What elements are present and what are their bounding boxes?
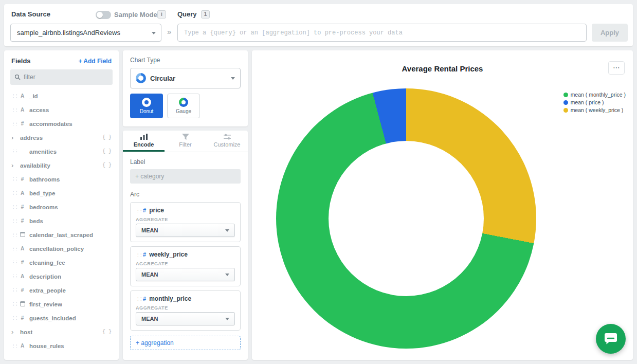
field-item[interactable]: ›availability{ } [4, 158, 119, 172]
donut-chart[interactable] [276, 88, 536, 349]
field-item[interactable]: ⋮⋮Aaccess [4, 103, 119, 117]
chart-type-label: Chart Type [130, 57, 241, 64]
aggregate-label: AGGREGATE [136, 305, 235, 311]
field-item[interactable]: ⋮⋮A_id [4, 89, 119, 103]
legend-swatch [563, 108, 568, 113]
field-item[interactable]: ⋮⋮Adescription [4, 269, 119, 283]
chart-menu-button[interactable]: ⋯ [608, 61, 625, 75]
tab-label: Filter [179, 141, 191, 148]
query-input[interactable] [177, 24, 587, 42]
field-item[interactable]: ⋮⋮#bedrooms [4, 200, 119, 214]
channel-field-name: price [149, 207, 164, 214]
field-name: cancellation_policy [29, 246, 84, 252]
field-item[interactable]: ⋮⋮Acancellation_policy [4, 242, 119, 256]
field-item[interactable]: ⋮⋮#guests_included [4, 311, 119, 325]
object-badge: { } [102, 329, 112, 335]
chevron-right-icon[interactable]: › [11, 162, 16, 169]
field-item[interactable]: ›host{ } [4, 325, 119, 339]
number-type-icon: # [19, 287, 26, 293]
subtype-label: Gauge [176, 108, 191, 114]
caret-down-icon [152, 32, 156, 34]
legend-item[interactable]: mean ( monthly_price ) [563, 92, 626, 98]
apply-button[interactable]: Apply [592, 24, 628, 42]
tab-filter[interactable]: Filter [165, 131, 206, 152]
drag-handle-icon: ⋮⋮ [11, 149, 15, 154]
arc-channel-price[interactable]: ⋮⋮ # price AGGREGATE MEAN [130, 202, 241, 242]
number-type-icon: # [143, 296, 146, 302]
object-badge: { } [102, 135, 112, 140]
chart-type-value: Circular [150, 75, 175, 82]
sample-mode-label: Sample Mode [114, 11, 157, 19]
field-name: availability [20, 162, 50, 169]
number-type-icon: # [19, 315, 26, 321]
add-field-button[interactable]: + Add Field [78, 58, 112, 65]
string-type-icon: A [19, 274, 26, 279]
tab-label: Encode [134, 141, 154, 148]
arc-channel-monthly-price[interactable]: ⋮⋮ # monthly_price AGGREGATE MEAN [130, 290, 241, 331]
tab-label: Customize [214, 141, 241, 148]
field-name: first_review [29, 301, 62, 307]
add-aggregation-dropzone[interactable]: + aggregation [130, 336, 241, 350]
aggregate-select[interactable]: MEAN [136, 224, 235, 237]
object-badge: { } [102, 149, 112, 154]
field-item[interactable]: ⋮⋮#cleaning_fee [4, 256, 119, 269]
subtype-gauge-button[interactable]: Gauge [167, 94, 200, 118]
legend-item[interactable]: mean ( weekly_price ) [563, 107, 626, 113]
field-item[interactable]: ⋮⋮Abed_type [4, 186, 119, 200]
query-info-badge[interactable]: 1 [201, 10, 210, 19]
number-type-icon: # [19, 176, 26, 182]
subtype-label: Donut [140, 108, 154, 114]
field-item[interactable]: ⋮⋮#beds [4, 214, 119, 228]
drag-handle-icon: ⋮⋮ [11, 205, 15, 209]
field-name: calendar_last_scraped [29, 232, 93, 238]
caret-down-icon [225, 274, 229, 276]
drag-handle-icon: ⋮⋮ [11, 219, 15, 223]
double-chevron-icon: » [167, 27, 171, 36]
field-item[interactable]: ›address{ } [4, 131, 119, 144]
top-bar: Data Source Sample Mode i Query 1 sample… [4, 4, 633, 46]
label-dropzone[interactable]: + category [130, 169, 241, 184]
channel-field-name: weekly_price [149, 251, 188, 258]
string-type-icon: A [19, 246, 26, 251]
string-type-icon: A [19, 93, 26, 99]
field-item[interactable]: ⋮⋮amenities{ } [4, 144, 119, 158]
chart-type-select[interactable]: Circular [130, 68, 241, 88]
chat-widget-button[interactable] [596, 324, 626, 354]
field-name: guests_included [29, 315, 76, 321]
chat-bubble-icon [604, 333, 617, 345]
field-item[interactable]: ⋮⋮#bathrooms [4, 172, 119, 186]
subtype-donut-button[interactable]: Donut [130, 94, 163, 118]
chevron-right-icon[interactable]: › [11, 329, 16, 335]
field-item[interactable]: ⋮⋮#extra_people [4, 283, 119, 297]
aggregate-value: MEAN [141, 316, 158, 322]
encode-panel: Encode Filter Customize Label + category… [123, 131, 248, 360]
field-filter-box[interactable] [10, 69, 113, 85]
data-source-select[interactable]: sample_airbnb.listingsAndReviews [10, 24, 161, 42]
field-item[interactable]: ⋮⋮calendar_last_scraped [4, 228, 119, 242]
field-filter-input[interactable] [24, 74, 108, 81]
calendar-icon [19, 301, 26, 307]
arc-channel-weekly-price[interactable]: ⋮⋮ # weekly_price AGGREGATE MEAN [130, 246, 241, 286]
legend-label: mean ( monthly_price ) [571, 92, 626, 98]
aggregate-select[interactable]: MEAN [136, 312, 235, 325]
funnel-icon [182, 134, 189, 140]
field-item[interactable]: ⋮⋮Ahouse_rules [4, 339, 119, 353]
legend-item[interactable]: mean ( price ) [563, 99, 626, 105]
chevron-right-icon[interactable]: › [11, 134, 16, 141]
aggregate-select[interactable]: MEAN [136, 268, 235, 281]
drag-handle-icon: ⋮⋮ [11, 191, 15, 195]
query-label: Query [177, 10, 197, 18]
sample-mode-toggle[interactable] [96, 11, 111, 19]
number-type-icon: # [143, 207, 146, 213]
field-name: bedrooms [29, 204, 58, 210]
calendar-icon [19, 232, 26, 238]
tab-encode[interactable]: Encode [123, 131, 165, 152]
sample-mode-info-badge[interactable]: i [157, 10, 166, 19]
field-item[interactable]: ⋮⋮first_review [4, 297, 119, 311]
drag-handle-icon: ⋮⋮ [11, 260, 15, 265]
drag-handle-icon: ⋮⋮ [136, 208, 140, 213]
field-item[interactable]: ⋮⋮#accommodates [4, 117, 119, 131]
tab-customize[interactable]: Customize [206, 131, 248, 152]
drag-handle-icon: ⋮⋮ [136, 252, 140, 257]
drag-handle-icon: ⋮⋮ [136, 297, 140, 301]
